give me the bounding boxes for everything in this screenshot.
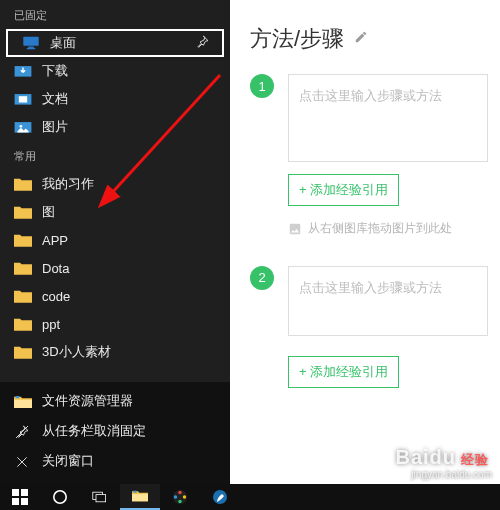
jumplist-frequent-item[interactable]: 我的习作 xyxy=(0,170,230,198)
folder-icon xyxy=(14,177,32,191)
step-input[interactable]: 点击这里输入步骤或方法 xyxy=(288,74,488,162)
monitor-icon xyxy=(22,36,40,50)
svg-point-25 xyxy=(178,500,181,503)
svg-point-7 xyxy=(20,125,23,128)
start-button[interactable] xyxy=(0,484,40,510)
jumplist-pinned-label: 已固定 xyxy=(0,0,230,29)
svg-rect-15 xyxy=(12,498,19,505)
jumplist-bottom: 文件资源管理器 从任务栏取消固定 关闭窗口 xyxy=(0,382,230,484)
folder-icon xyxy=(14,261,32,275)
taskbar-app-paint[interactable] xyxy=(200,484,240,510)
jumplist-unpin[interactable]: 从任务栏取消固定 xyxy=(0,416,230,446)
jumplist-open-explorer[interactable]: 文件资源管理器 xyxy=(0,386,230,416)
step-input[interactable]: 点击这里输入步骤或方法 xyxy=(288,266,488,336)
cortana-button[interactable] xyxy=(40,484,80,510)
unpin-icon xyxy=(14,424,32,438)
pictures-icon xyxy=(14,120,32,134)
svg-rect-8 xyxy=(14,400,32,408)
svg-line-10 xyxy=(16,426,28,438)
image-drop-hint: 从右侧图库拖动图片到此处 xyxy=(288,220,452,237)
svg-rect-19 xyxy=(96,495,106,502)
jumplist-item-documents[interactable]: 文档 xyxy=(0,85,230,113)
taskbar-explorer[interactable] xyxy=(120,484,160,510)
jumplist-frequent-item[interactable]: 3D小人素材 xyxy=(0,338,230,366)
svg-point-17 xyxy=(54,491,66,503)
svg-rect-20 xyxy=(132,494,148,501)
svg-point-23 xyxy=(178,491,181,494)
folder-icon xyxy=(14,345,32,359)
step-1: 1 点击这里输入步骤或方法 xyxy=(250,74,500,162)
jumplist-item-pictures[interactable]: 图片 xyxy=(0,113,230,141)
svg-rect-13 xyxy=(12,489,19,496)
step-number-badge: 2 xyxy=(250,266,274,290)
close-icon xyxy=(14,454,32,468)
pin-icon[interactable] xyxy=(192,34,212,53)
taskview-button[interactable] xyxy=(80,484,120,510)
svg-rect-16 xyxy=(21,498,28,505)
folder-icon xyxy=(14,205,32,219)
svg-point-24 xyxy=(183,495,186,498)
explorer-icon xyxy=(14,394,32,408)
svg-rect-9 xyxy=(16,396,20,398)
jumplist-pinned-desktop[interactable]: 桌面 xyxy=(6,29,224,57)
svg-rect-0 xyxy=(23,37,38,46)
svg-rect-21 xyxy=(133,491,136,493)
svg-rect-2 xyxy=(27,48,35,49)
taskbar xyxy=(0,484,500,510)
pencil-icon[interactable] xyxy=(354,30,368,48)
jumplist-frequent-item[interactable]: ppt xyxy=(0,310,230,338)
jumplist-frequent-item[interactable]: APP xyxy=(0,226,230,254)
folder-icon xyxy=(14,317,32,331)
folder-icon xyxy=(14,289,32,303)
jumplist-frequent-item[interactable]: 图 xyxy=(0,198,230,226)
svg-point-26 xyxy=(174,495,177,498)
step-2: 2 点击这里输入步骤或方法 xyxy=(250,266,500,336)
taskbar-app-color[interactable] xyxy=(160,484,200,510)
jumplist-frequent-item[interactable]: Dota xyxy=(0,254,230,282)
add-reference-button[interactable]: + 添加经验引用 xyxy=(288,174,399,206)
jumplist-panel: 已固定 桌面 下载 文档 图片 常用 我的习作 图 A xyxy=(0,0,230,484)
svg-rect-1 xyxy=(28,47,34,48)
downloads-icon xyxy=(14,64,32,78)
svg-rect-5 xyxy=(19,96,27,102)
jumplist-frequent-label: 常用 xyxy=(0,141,230,170)
editor-panel: 方法/步骤 1 点击这里输入步骤或方法 + 添加经验引用 从右侧图库拖动图片到此… xyxy=(230,0,500,510)
editor-title: 方法/步骤 xyxy=(250,24,344,54)
documents-icon xyxy=(14,92,32,106)
watermark: Baidu经验 jingyan.baidu.com xyxy=(395,446,492,480)
add-reference-button[interactable]: + 添加经验引用 xyxy=(288,356,399,388)
folder-icon xyxy=(14,233,32,247)
jumplist-item-downloads[interactable]: 下载 xyxy=(0,57,230,85)
svg-rect-14 xyxy=(21,489,28,496)
step-number-badge: 1 xyxy=(250,74,274,98)
jumplist-frequent-item[interactable]: code xyxy=(0,282,230,310)
jumplist-close-window[interactable]: 关闭窗口 xyxy=(0,446,230,476)
